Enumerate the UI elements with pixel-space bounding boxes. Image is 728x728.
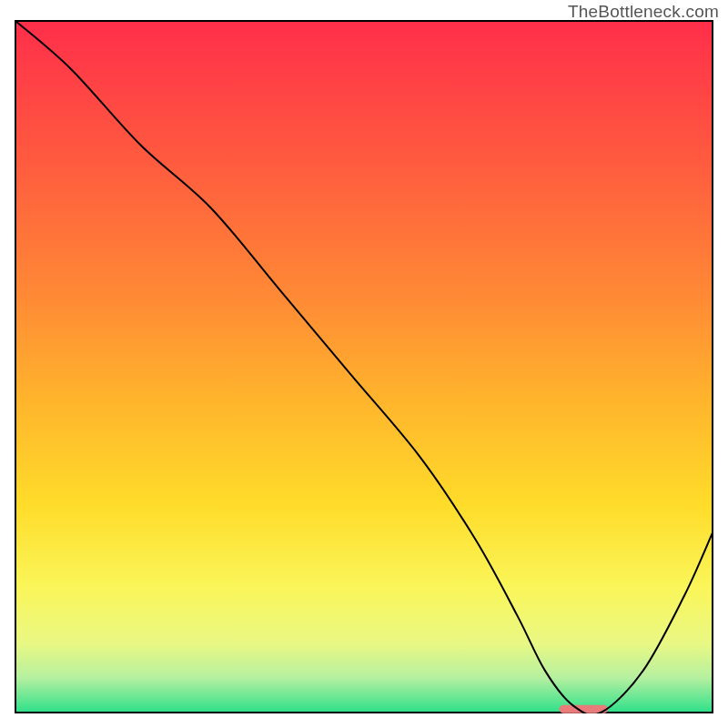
watermark-text: TheBottleneck.com [568, 2, 719, 22]
bottleneck-chart [15, 20, 713, 713]
chart-plot-area [15, 20, 713, 713]
gradient-background [15, 21, 713, 713]
